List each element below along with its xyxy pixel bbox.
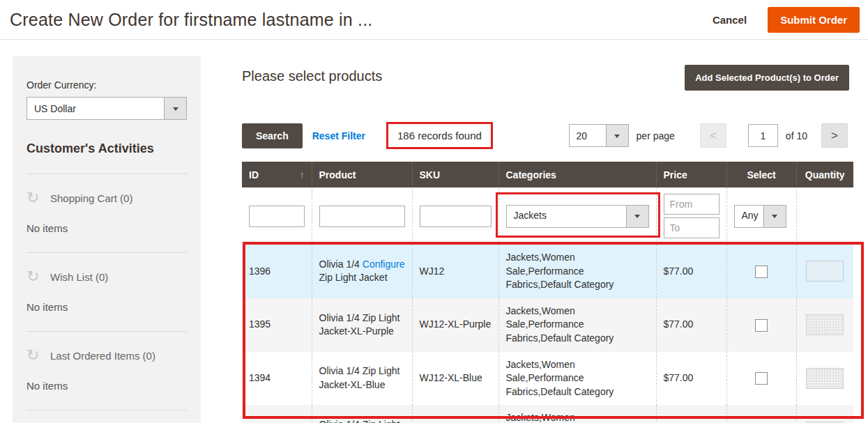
- select-filter-value: Any: [735, 206, 763, 227]
- currency-label: Order Currency:: [26, 79, 187, 91]
- cell-id: 1393: [242, 405, 312, 423]
- create-order-page: Create New Order for firstname lastname …: [0, 0, 868, 423]
- price-to-input[interactable]: [664, 217, 719, 238]
- page-number-input[interactable]: [748, 124, 778, 147]
- per-page-select[interactable]: 20: [569, 124, 629, 147]
- records-found-text: 186 records found: [386, 122, 493, 149]
- product-filter-input[interactable]: [319, 206, 405, 227]
- cell-categories: Jackets,Women Sale,Performance Fabrics,D…: [498, 245, 656, 298]
- column-header-product[interactable]: Product: [312, 162, 412, 187]
- chevron-down-icon[interactable]: [763, 206, 786, 227]
- refresh-icon[interactable]: ↻: [26, 191, 43, 205]
- chevron-down-icon[interactable]: [164, 98, 186, 119]
- table-row[interactable]: 1393 Olivia 1/4 Zip Light Jacket-XL-Blac…: [242, 405, 853, 423]
- column-header-categories[interactable]: Categories: [498, 162, 656, 187]
- cell-product: ConfigureOlivia 1/4 Zip Light Jacket: [312, 245, 412, 298]
- divider: [26, 174, 187, 174]
- sidebar-item-wish-list[interactable]: ↻ Wish List (0): [26, 270, 187, 284]
- quantity-input[interactable]: [806, 368, 844, 389]
- price-from-input[interactable]: [664, 194, 719, 215]
- grid-toolbar: Search Reset Filter 186 records found 20…: [242, 122, 848, 149]
- last-ordered-label: Last Ordered Items (0): [50, 350, 155, 362]
- table-row[interactable]: 1394 Olivia 1/4 Zip Light Jacket-XL-Blue…: [242, 352, 853, 406]
- quantity-filter-cell: [796, 187, 853, 245]
- products-grid: ID ↑ Product SKU Categories Price Select…: [242, 162, 853, 423]
- table-row[interactable]: 1396 ConfigureOlivia 1/4 Zip Light Jacke…: [242, 245, 853, 298]
- categories-filter-select[interactable]: Jackets: [506, 205, 649, 228]
- cell-id: 1396: [242, 245, 312, 298]
- per-page-label: per page: [637, 130, 675, 141]
- total-pages-label: of 10: [786, 130, 807, 141]
- search-button[interactable]: Search: [242, 123, 303, 148]
- table-row[interactable]: 1395 Olivia 1/4 Zip Light Jacket-XL-Purp…: [242, 298, 853, 352]
- sku-filter-input[interactable]: [420, 206, 492, 227]
- column-header-sku[interactable]: SKU: [412, 162, 498, 187]
- grid-filter-row: Jackets Any: [242, 187, 853, 245]
- section-title: Please select products: [242, 65, 382, 84]
- cell-categories: Jackets,Women Sale,Performance Fabrics,D…: [498, 352, 656, 406]
- row-select-checkbox[interactable]: [755, 319, 768, 332]
- wish-list-empty-text: No items: [26, 301, 187, 313]
- cell-sku: WJ12-XL-Blue: [412, 352, 498, 406]
- column-header-price[interactable]: Price: [656, 162, 726, 187]
- categories-filter-value: Jackets: [507, 206, 626, 227]
- sort-ascending-icon: ↑: [300, 169, 305, 180]
- cell-id: 1394: [242, 352, 312, 406]
- currency-select-value: US Dollar: [27, 98, 164, 119]
- divider: [26, 331, 187, 332]
- grid-body: Jackets Any: [242, 187, 853, 423]
- chevron-down-icon[interactable]: [606, 125, 628, 146]
- id-header-label: ID: [249, 169, 259, 180]
- cell-product: Olivia 1/4 Zip Light Jacket-XL-Purple: [312, 298, 412, 352]
- cell-id: 1395: [242, 298, 312, 352]
- select-filter-select[interactable]: Any: [734, 205, 786, 228]
- cell-price: $77.00: [656, 298, 726, 352]
- cell-sku: WJ12: [412, 245, 498, 298]
- order-sidebar: Order Currency: US Dollar Customer's Act…: [13, 56, 201, 423]
- sidebar-item-shopping-cart[interactable]: ↻ Shopping Cart (0): [26, 191, 187, 205]
- column-header-quantity[interactable]: Quantity: [796, 162, 853, 187]
- sidebar-item-last-ordered[interactable]: ↻ Last Ordered Items (0): [26, 348, 187, 362]
- divider: [26, 252, 187, 253]
- previous-page-button[interactable]: <: [700, 123, 726, 148]
- cell-price: $77.00: [656, 245, 726, 298]
- cell-sku: WJ12-XL-Purple: [412, 298, 498, 352]
- shopping-cart-empty-text: No items: [26, 222, 187, 234]
- last-ordered-empty-text: No items: [26, 380, 187, 392]
- refresh-icon[interactable]: ↻: [26, 348, 43, 362]
- currency-select[interactable]: US Dollar: [26, 97, 187, 120]
- activities-title: Customer's Activities: [26, 141, 187, 156]
- shopping-cart-label: Shopping Cart (0): [50, 192, 132, 204]
- add-selected-products-button[interactable]: Add Selected Product(s) to Order: [685, 65, 849, 91]
- cell-price: $77.00: [656, 352, 726, 406]
- grid-header-row: ID ↑ Product SKU Categories Price Select…: [242, 162, 853, 187]
- cell-product: Olivia 1/4 Zip Light Jacket-XL-Blue: [312, 352, 412, 406]
- cell-categories: Jackets,Women Sale,Performance Fabrics,D…: [498, 298, 656, 352]
- chevron-down-icon[interactable]: [626, 206, 648, 227]
- refresh-icon[interactable]: ↻: [26, 270, 43, 284]
- cell-product: Olivia 1/4 Zip Light Jacket-XL-Black: [312, 405, 412, 423]
- select-products-panel: Please select products Add Selected Prod…: [242, 0, 853, 423]
- reset-filter-link[interactable]: Reset Filter: [312, 130, 365, 141]
- row-select-checkbox[interactable]: [755, 372, 768, 385]
- column-header-select[interactable]: Select: [726, 162, 796, 187]
- next-page-button[interactable]: >: [821, 123, 848, 148]
- row-select-checkbox[interactable]: [755, 266, 768, 278]
- column-header-id[interactable]: ID ↑: [242, 162, 312, 187]
- cell-sku: WJ12-XL-Black: [412, 405, 498, 423]
- cell-price: $77.00: [656, 405, 726, 423]
- configure-link[interactable]: Configure: [363, 258, 405, 272]
- quantity-input[interactable]: [806, 314, 844, 335]
- wish-list-label: Wish List (0): [50, 271, 108, 283]
- cell-categories: Jackets,Women Sale,Performance Fabrics,D…: [498, 405, 656, 423]
- per-page-value: 20: [570, 125, 606, 146]
- divider: [26, 410, 187, 410]
- quantity-input[interactable]: [806, 261, 844, 282]
- id-filter-input[interactable]: [249, 206, 305, 227]
